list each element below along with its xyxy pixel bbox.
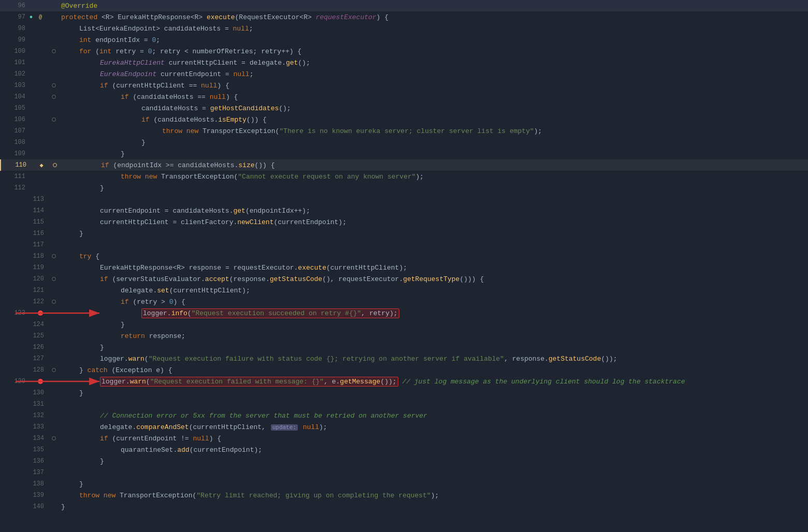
code-line-101: 101 EurekaHttpClient currentHttpClient =…	[0, 57, 808, 68]
code-line-136: 136 }	[0, 455, 808, 467]
gutter-marker-120	[49, 277, 59, 281]
code-line-120: 120 if (serverStatusEvaluator.accept(res…	[0, 273, 808, 285]
code-editor: 96 @Override 97 ● @ protected <R> Eureka…	[0, 0, 808, 532]
line-number-105: 105	[0, 105, 49, 112]
line-number-117: 117	[0, 241, 49, 248]
line-number-135: 135	[0, 446, 49, 453]
code-line-116: 116 }	[0, 228, 808, 239]
code-line-135: 135 quarantineSet.add(currentEndpoint);	[0, 444, 808, 455]
line-number-136: 136	[0, 457, 49, 465]
line-number-133: 133	[0, 423, 49, 431]
gutter-marker-100	[49, 49, 59, 53]
line-number-111: 111	[0, 173, 49, 180]
code-line-126: 126 }	[0, 342, 808, 353]
line-number-127: 127	[0, 355, 49, 362]
code-line-99: 99 int endpointIdx = 0;	[0, 34, 808, 46]
line-number-103: 103	[0, 82, 49, 89]
code-line-104: 104 if (candidateHosts == null) {	[0, 91, 808, 102]
code-line-105: 105 candidateHosts = getHostCandidates()…	[0, 102, 808, 114]
code-line-133: 133 delegate.compareAndSet(currentHttpCl…	[0, 421, 808, 433]
line-number-96: 96	[0, 2, 49, 9]
code-line-97: 97 ● @ protected <R> EurekaHttpResponse<…	[0, 11, 808, 23]
line-number-99: 99	[0, 36, 49, 43]
line-number-98: 98	[0, 25, 49, 32]
line-number-110: 110 ◆	[1, 161, 50, 169]
line-number-131: 131	[0, 401, 49, 408]
yellow-marker-icon: ◆	[38, 161, 45, 169]
code-line-119: 119 EurekaHttpResponse<R> response = req…	[0, 262, 808, 273]
line-number-140: 140	[0, 503, 49, 510]
gutter-marker-110	[50, 163, 60, 167]
line-number-134: 134	[0, 435, 49, 442]
line-number-116: 116	[0, 230, 49, 237]
line-number-113: 113	[0, 196, 49, 203]
line-number-128: 128	[0, 366, 49, 374]
code-line-138: 138 }	[0, 478, 808, 490]
gutter-marker-128	[49, 368, 59, 372]
line-number-112: 112	[0, 184, 49, 191]
code-line-132: 132 // Connection error or 5xx from the …	[0, 410, 808, 421]
code-line-140: 140 }	[0, 501, 808, 512]
line-number-120: 120	[0, 275, 49, 283]
code-line-134: 134 if (currentEndpoint != null) {	[0, 433, 808, 444]
code-line-122: 122 if (retry > 0) {	[0, 296, 808, 307]
code-line-129: 129 logger.warn("Request execution faile…	[0, 376, 808, 387]
breakpoint-123[interactable]	[38, 311, 43, 316]
gutter-marker-103	[49, 83, 59, 87]
line-number-124: 124	[0, 321, 49, 328]
line-number-104: 104	[0, 93, 49, 100]
code-line-115: 115 currentHttpClient = clientFactory.ne…	[0, 216, 808, 228]
line-number-108: 108	[0, 139, 49, 146]
line-number-122: 122	[0, 298, 49, 305]
code-line-137: 137	[0, 467, 808, 478]
line-number-130: 130	[0, 389, 49, 396]
gutter-marker-104	[49, 95, 59, 99]
code-line-128: 128 } catch (Exception e) {	[0, 364, 808, 376]
highlighted-code-129: logger.warn("Request execution failed wi…	[100, 377, 398, 387]
code-line-107: 107 throw new TransportException("There …	[0, 125, 808, 137]
line-number-132: 132	[0, 412, 49, 419]
gutter-marker-134	[49, 436, 59, 440]
line-number-138: 138	[0, 480, 49, 487]
line-number-137: 137	[0, 469, 49, 476]
highlighted-code-123: logger.info("Request execution succeeded…	[141, 308, 399, 318]
gutter-marker-106	[49, 117, 59, 122]
code-line-103: 103 if (currentHttpClient == null) {	[0, 80, 808, 91]
line-number-121: 121	[0, 287, 49, 294]
line-number-123: 123	[0, 309, 49, 317]
line-number-129: 129	[0, 378, 49, 385]
code-line-131: 131	[0, 398, 808, 410]
line-number-106: 106	[0, 116, 49, 123]
code-line-114: 114 currentEndpoint = candidateHosts.get…	[0, 205, 808, 216]
gutter-marker-122	[49, 300, 59, 304]
exec-icon: ●	[27, 13, 35, 21]
code-line-113: 113	[0, 194, 808, 205]
line-number-97: 97 ● @	[0, 13, 49, 21]
code-line-106: 106 if (candidateHosts.isEmpty()) {	[0, 114, 808, 125]
line-number-125: 125	[0, 332, 49, 339]
code-line-109: 109 }	[0, 148, 808, 159]
line-number-119: 119	[0, 264, 49, 271]
code-line-100: 100 for (int retry = 0; retry < numberOf…	[0, 46, 808, 57]
code-line-127: 127 logger.warn("Request execution failu…	[0, 353, 808, 364]
code-line-130: 130 }	[0, 387, 808, 398]
line-number-139: 139	[0, 492, 49, 499]
code-line-139: 139 throw new TransportException("Retry …	[0, 490, 808, 501]
line-number-114: 114	[0, 207, 49, 214]
code-line-112: 112 }	[0, 182, 808, 194]
line-number-100: 100	[0, 48, 49, 55]
breakpoint-129[interactable]	[38, 379, 43, 384]
line-number-118: 118	[0, 253, 49, 260]
debug-icon: @	[37, 13, 44, 21]
code-line-110: 110 ◆ if (endpointIdx >= candidateHosts.…	[0, 159, 808, 171]
code-line-111: 111 throw new TransportException("Cannot…	[0, 171, 808, 182]
line-number-102: 102	[0, 70, 49, 78]
code-line-125: 125 return response;	[0, 330, 808, 342]
code-line-102: 102 EurekaEndpoint currentEndpoint = nul…	[0, 68, 808, 80]
line-number-107: 107	[0, 127, 49, 135]
code-line-98: 98 List<EurekaEndpoint> candidateHosts =…	[0, 23, 808, 34]
code-line-118: 118 try {	[0, 250, 808, 262]
code-line-96: 96 @Override	[0, 0, 808, 11]
line-number-115: 115	[0, 218, 49, 226]
code-line-121: 121 delegate.set(currentHttpClient);	[0, 285, 808, 296]
